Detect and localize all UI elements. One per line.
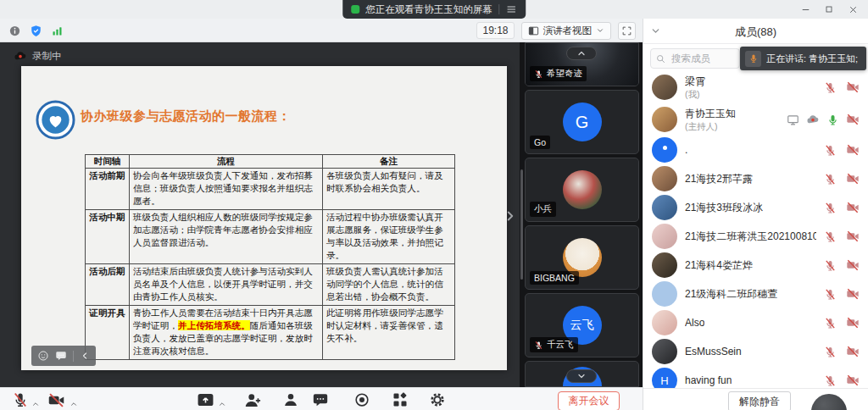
header-cell: 备注 bbox=[323, 155, 455, 169]
camera-off-icon bbox=[846, 143, 860, 157]
window-controls bbox=[793, 0, 865, 19]
mic-muted-icon[interactable] bbox=[12, 391, 29, 408]
video-tile[interactable]: 云飞 千云飞 bbox=[525, 293, 639, 357]
participant-name: 小兵 bbox=[534, 203, 552, 215]
emoji-icon[interactable] bbox=[37, 350, 49, 362]
member-row[interactable]: EsMussSein bbox=[643, 337, 868, 366]
member-status-icons bbox=[824, 201, 860, 214]
unmute-button[interactable]: 解除静音 bbox=[728, 391, 791, 410]
camera-off-icon[interactable] bbox=[47, 391, 65, 409]
chevron-down-icon bbox=[576, 371, 587, 381]
search-members-input[interactable] bbox=[650, 48, 740, 69]
meeting-toolbar: 离开会议 bbox=[0, 387, 643, 410]
phase-cell: 活动后期 bbox=[86, 264, 130, 306]
avatar bbox=[652, 281, 677, 307]
participant-name-badge: 小兵 bbox=[530, 202, 556, 217]
member-status-icons bbox=[787, 113, 860, 126]
scroll-up-button[interactable] bbox=[566, 47, 597, 60]
mic-muted-icon bbox=[824, 230, 837, 243]
avatar-initial: H bbox=[660, 374, 668, 387]
participant-name-badge: Go bbox=[530, 136, 550, 149]
scroll-down-button[interactable] bbox=[566, 369, 597, 383]
member-row[interactable]: H having fun bbox=[643, 366, 868, 388]
note-cell: 各班级负责人如有疑问，请及时联系协会相关负责人。 bbox=[323, 169, 455, 210]
chevron-right-icon[interactable] bbox=[503, 208, 518, 224]
avatar-initial: G bbox=[576, 113, 589, 132]
camera-off-icon bbox=[846, 201, 860, 214]
mic-options-caret[interactable] bbox=[31, 400, 40, 408]
note-cell: 班级负责人需认真统计参加活动同学的个人信息，统计的信息若出错，协会概不负责。 bbox=[323, 264, 455, 306]
mic-muted-icon bbox=[824, 81, 837, 94]
security-shield-icon[interactable] bbox=[30, 25, 42, 37]
share-screen-icon[interactable] bbox=[197, 391, 214, 409]
cloud-recording-icon bbox=[806, 113, 820, 126]
member-row[interactable]: 青协王玉知(主持人) bbox=[643, 103, 868, 136]
avatar bbox=[652, 252, 677, 278]
camera-options-caret[interactable] bbox=[70, 400, 78, 408]
member-row[interactable]: 梁霄(我) bbox=[643, 71, 868, 103]
member-status-icons bbox=[824, 287, 860, 301]
member-row[interactable]: 21海技二班蒋洪玉202100810191 bbox=[643, 222, 868, 251]
member-role: (我) bbox=[685, 89, 705, 100]
video-tile[interactable]: G Go bbox=[525, 90, 639, 154]
chevron-left-icon[interactable] bbox=[80, 351, 90, 361]
video-tile[interactable]: BIGBANG bbox=[525, 225, 639, 290]
banner-menu-icon[interactable] bbox=[505, 3, 517, 15]
record-icon[interactable] bbox=[353, 391, 370, 408]
member-row[interactable]: 21海技3班段冰冰 bbox=[643, 193, 868, 222]
camera-off-icon bbox=[846, 113, 860, 126]
leave-meeting-button[interactable]: 离开会议 bbox=[558, 391, 620, 410]
member-status-icons bbox=[824, 345, 860, 358]
avatar bbox=[652, 166, 677, 191]
maximize-button[interactable] bbox=[817, 0, 841, 19]
invite-icon[interactable] bbox=[244, 391, 262, 409]
note-cell: 此证明将用作班级同学志愿学时认定材料，请妥善保管，遗失不补。 bbox=[323, 306, 455, 360]
main-region: 19:18 演讲者视图 录制中 bbox=[0, 19, 643, 410]
table-row: 证明开具 青协工作人员需要在活动结束十日内开具志愿学时证明，并上传拓培系统。随后… bbox=[86, 306, 455, 360]
association-logo bbox=[36, 100, 75, 140]
process-cell: 班级负责人组织相应人数的班级同学按规定参加志愿活动；由学院青年志愿者协会安排相应… bbox=[130, 210, 323, 264]
avatar bbox=[563, 170, 602, 209]
note-cell: 活动过程中协办班级需认真开展志愿服务，保证班级学生参与率以及活动效果，并拍照记录… bbox=[323, 210, 455, 264]
cloud-recording-icon bbox=[14, 49, 27, 63]
mic-muted-icon bbox=[824, 202, 837, 214]
member-row[interactable]: 21海科4娄芷烨 bbox=[643, 251, 868, 280]
close-button[interactable] bbox=[841, 0, 865, 19]
member-name: 21海技3班段冰冰 bbox=[685, 201, 763, 215]
member-name: EsMussSein bbox=[685, 346, 742, 357]
view-mode-selector[interactable]: 演讲者视图 bbox=[521, 22, 612, 40]
network-signal-icon[interactable] bbox=[51, 25, 64, 37]
apps-icon[interactable] bbox=[392, 391, 409, 408]
member-name: 21海技2邢芊露 bbox=[685, 172, 753, 186]
comment-icon[interactable] bbox=[55, 350, 67, 362]
fullscreen-button[interactable] bbox=[618, 22, 636, 40]
members-icon[interactable] bbox=[282, 391, 299, 408]
member-role: (主持人) bbox=[685, 121, 736, 132]
mic-muted-icon bbox=[534, 69, 543, 79]
strip-scrollbar[interactable] bbox=[520, 169, 523, 280]
process-table: 时间轴 流程 备注 活动前期 协会向各年级班级负责人下发通知，发布招募信息；班级… bbox=[85, 154, 455, 360]
participant-name: Go bbox=[534, 137, 546, 147]
video-tile[interactable]: 小兵 bbox=[525, 158, 639, 222]
member-row[interactable]: . bbox=[643, 136, 868, 164]
mic-active-icon bbox=[826, 114, 839, 126]
meeting-info-icon[interactable] bbox=[8, 25, 21, 37]
header-cell: 流程 bbox=[130, 155, 323, 169]
camera-off-icon bbox=[846, 345, 860, 358]
member-row[interactable]: Also bbox=[643, 308, 868, 337]
process-cell: 活动结束后由班级负责人统计参与活动实到人员名单及个人信息，以便开具学时证明，并交… bbox=[130, 264, 323, 306]
minimize-button[interactable] bbox=[793, 0, 817, 19]
chevron-down-icon bbox=[596, 26, 604, 35]
avatar bbox=[652, 137, 677, 163]
member-row[interactable]: 21级海科二班邱穗萱 bbox=[643, 280, 868, 308]
mic-muted-icon bbox=[824, 288, 837, 301]
settings-gear-icon[interactable] bbox=[429, 391, 446, 408]
chat-icon[interactable] bbox=[312, 391, 329, 408]
member-name: Also bbox=[685, 317, 704, 329]
member-row[interactable]: 21海技2邢芊露 bbox=[643, 164, 868, 193]
avatar bbox=[652, 195, 677, 220]
member-status-icons bbox=[824, 316, 860, 330]
share-options-caret[interactable] bbox=[218, 400, 226, 408]
shared-slide: 协办班级参与志愿活动的一般流程： 时间轴 流程 备注 活动前期 协会向各年级班级… bbox=[21, 66, 507, 370]
divider bbox=[73, 351, 74, 362]
